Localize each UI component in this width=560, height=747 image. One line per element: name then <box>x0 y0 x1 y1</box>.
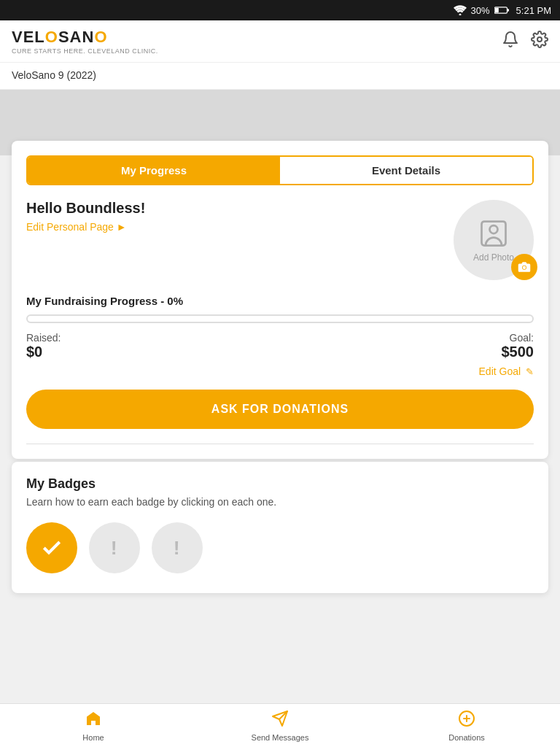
bottom-nav: Home Send Messages Donations <box>0 703 560 747</box>
app-header: VELOSANO CURE STARTS HERE. CLEVELAND CLI… <box>0 20 560 63</box>
progress-bar-container <box>26 314 534 323</box>
send-messages-icon <box>271 710 289 732</box>
svg-point-0 <box>459 14 461 16</box>
status-bar: 30% 5:21 PM <box>0 0 560 20</box>
goal-label: Goal: <box>502 332 534 344</box>
camera-icon <box>518 260 531 274</box>
fundraising-section: My Fundraising Progress - 0% Raised: $0 … <box>26 295 534 378</box>
photo-area: Add Photo <box>454 200 534 280</box>
add-photo-label: Add Photo <box>473 252 514 263</box>
send-svg <box>271 710 289 727</box>
svg-rect-2 <box>494 8 498 13</box>
home-icon <box>85 710 102 732</box>
tab-my-progress[interactable]: My Progress <box>28 157 280 184</box>
svg-point-4 <box>537 37 542 42</box>
profile-left: Hello Boundless! Edit Personal Page ► <box>26 200 454 233</box>
nav-home-label: Home <box>82 733 104 742</box>
settings-button[interactable] <box>531 31 548 53</box>
greeting-text: Hello Boundless! <box>26 200 454 217</box>
battery-percentage: 30% <box>471 5 490 16</box>
camera-button[interactable] <box>511 254 537 280</box>
tab-event-details[interactable]: Event Details <box>280 157 532 184</box>
badge-item-1[interactable] <box>26 522 77 573</box>
edit-goal-link[interactable]: Edit Goal ✎ <box>479 365 534 377</box>
logo-subtitle: CURE STARTS HERE. CLEVELAND CLINIC. <box>12 47 158 55</box>
wifi-icon <box>454 5 467 15</box>
nav-donations-label: Donations <box>448 733 485 742</box>
goal-value: $500 <box>502 344 534 360</box>
status-icons: 30% 5:21 PM <box>454 5 551 16</box>
tab-container: My Progress Event Details <box>26 155 534 185</box>
goal-section: Goal: $500 <box>502 332 534 360</box>
fundraising-title: My Fundraising Progress - 0% <box>26 295 534 307</box>
raised-value: $0 <box>26 344 61 360</box>
person-icon <box>478 217 510 249</box>
svg-point-6 <box>490 225 498 233</box>
pencil-icon: ✎ <box>526 366 534 377</box>
edit-goal-container: Edit Goal ✎ <box>26 365 534 378</box>
checkmark-icon <box>40 536 63 560</box>
ask-donations-button[interactable]: ASK FOR DONATIONS <box>26 390 534 429</box>
badges-subtitle: Learn how to earn each badge by clicking… <box>26 496 534 508</box>
event-title: VeloSano 9 (2022) <box>12 69 96 81</box>
battery-icon <box>494 6 509 15</box>
card-divider <box>26 444 534 444</box>
svg-rect-3 <box>507 9 509 11</box>
profile-section: Hello Boundless! Edit Personal Page ► Ad… <box>26 200 534 280</box>
donations-icon <box>458 710 475 732</box>
badges-row: ! ! <box>26 522 534 573</box>
edit-goal-label: Edit Goal <box>479 365 521 377</box>
logo-text: VELOSANO <box>12 28 158 47</box>
badges-card: My Badges Learn how to earn each badge b… <box>12 462 548 593</box>
raised-label: Raised: <box>26 332 61 344</box>
header-icons <box>502 31 548 53</box>
edit-personal-page-label: Edit Personal Page <box>26 221 114 233</box>
logo: VELOSANO CURE STARTS HERE. CLEVELAND CLI… <box>12 28 158 55</box>
edit-arrow-icon: ► <box>117 221 127 233</box>
svg-text:!: ! <box>111 537 117 559</box>
home-svg <box>85 710 102 727</box>
notification-button[interactable] <box>502 31 519 53</box>
badge-item-2[interactable]: ! <box>89 522 140 573</box>
sub-header: VeloSano 9 (2022) <box>0 63 560 90</box>
main-card: My Progress Event Details Hello Boundles… <box>12 141 548 459</box>
time-display: 5:21 PM <box>516 5 551 16</box>
nav-send-messages-label: Send Messages <box>252 733 309 742</box>
badges-title: My Badges <box>26 476 534 492</box>
nav-donations[interactable]: Donations <box>373 704 560 747</box>
svg-point-8 <box>523 266 526 270</box>
edit-personal-page-link[interactable]: Edit Personal Page ► <box>26 221 454 233</box>
raised-section: Raised: $0 <box>26 332 61 360</box>
nav-send-messages[interactable]: Send Messages <box>187 704 373 747</box>
svg-text:!: ! <box>174 537 180 559</box>
progress-stats: Raised: $0 Goal: $500 <box>26 332 534 360</box>
donations-svg <box>458 710 475 727</box>
nav-home[interactable]: Home <box>0 704 187 747</box>
badge-item-3[interactable]: ! <box>152 522 203 573</box>
badge-2-icon: ! <box>106 536 123 560</box>
badge-3-icon: ! <box>168 536 186 560</box>
